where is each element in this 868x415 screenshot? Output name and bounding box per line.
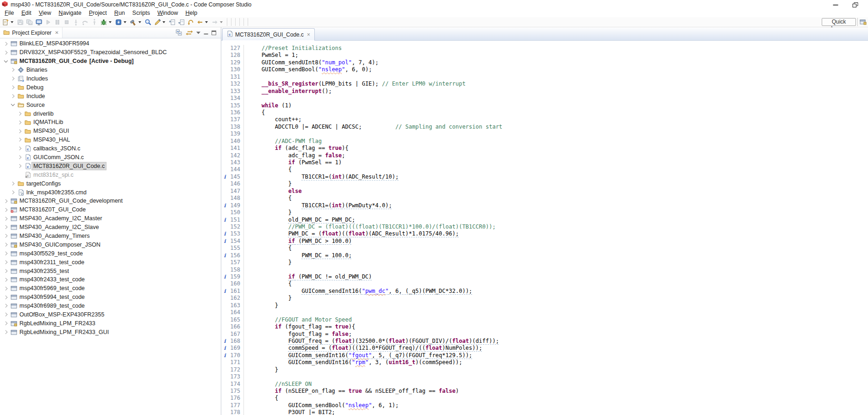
line-number[interactable]: 167 [228,331,244,338]
tree-item-driverlib[interactable]: driverlib [0,109,221,118]
code-text[interactable]: { [244,195,292,202]
line-number[interactable]: 134 [228,95,244,102]
menu-window[interactable]: Window [154,9,181,17]
line-number[interactable]: 135 [228,102,244,109]
new-dropdown-icon[interactable] [11,21,13,23]
marker-gutter[interactable] [221,295,228,302]
code-text[interactable]: adc_flag = false; [244,152,345,159]
tree-item-msp430fr2311-test-code[interactable]: msp430fr2311_test_code [0,258,221,266]
code-text[interactable]: if (PwmSel == 1) [244,159,342,166]
code-text[interactable]: PWM_DC = 100.0; [244,252,352,259]
tree-item-msp430fr5969-test-code[interactable]: msp430fr5969_test_code [0,284,221,293]
code-text[interactable]: } [244,295,292,302]
tree-item-outofbox-msp-exp430fr2355[interactable]: OutOfBox_MSP-EXP430FR2355 [0,310,221,319]
info-marker-icon[interactable]: i [221,173,228,180]
line-number[interactable]: 178 [228,409,244,415]
tree-item-blinkled-msp430fr5994[interactable]: BlinkLED_MSP430FR5994 [0,39,221,48]
chevron-right-icon[interactable] [16,121,24,124]
marker-gutter[interactable] [221,409,228,415]
marker-gutter[interactable] [221,302,228,309]
info-marker-icon[interactable]: i [221,217,228,223]
code-text[interactable] [244,373,248,380]
chevron-right-icon[interactable] [2,200,10,203]
line-number[interactable]: 148 [228,195,244,202]
tree-item-callbacks-json-c[interactable]: ccallbacks_JSON.c [0,144,221,153]
chevron-right-icon[interactable] [2,217,10,220]
code-line-129[interactable]: 129 GUIComm_sendUInt8("num_pol", 7, 4); [221,59,868,66]
tree-item-source[interactable]: Source [0,100,221,109]
chevron-right-icon[interactable] [2,252,10,255]
chevron-right-icon[interactable] [2,43,10,45]
code-line-167[interactable]: 167 fgout_flag = false; [221,331,868,338]
marker-gutter[interactable] [221,323,228,330]
line-number[interactable]: 132 [228,81,244,87]
marker-gutter[interactable] [221,402,228,409]
tree-item-drv832x-msp430f5529-trapezoidal-sensored-bldc[interactable]: DRV832X_MSP430F5529_Trapezoidal_Sensored… [0,48,221,57]
info-marker-icon[interactable]: i [221,273,228,280]
code-line-142[interactable]: 142 adc_flag = false; [221,152,868,159]
line-number[interactable]: 139 [228,130,244,137]
info-marker-icon[interactable]: i [221,345,228,352]
menu-navigate[interactable]: Navigate [55,9,85,17]
tree-item-include[interactable]: Include [0,92,221,100]
line-number[interactable]: 151 [228,217,244,223]
console-button[interactable] [34,17,44,27]
code-line-151[interactable]: i151 old_PWM_DC = PWM_DC; [221,217,868,223]
code-line-127[interactable]: 127 //Preset Initializations [221,45,868,52]
tree-item-msp430fr2433-test-code[interactable]: msp430fr2433_test_code [0,275,221,284]
code-text[interactable]: if (PWM_DC > 100.0) [244,238,352,245]
marker-gutter[interactable] [221,366,228,373]
code-line-145[interactable]: i145 TB1CCR1=(int)(ADC_Result/10); [221,173,868,180]
flash-button[interactable] [114,17,129,27]
code-line-144[interactable]: 144 { [221,166,868,173]
line-number[interactable]: 169 [228,345,244,352]
code-line-160[interactable]: 160 { [221,280,868,287]
tree-item-msp430-academy-timers[interactable]: MSP430_Academy_Timers [0,232,221,241]
chevron-right-icon[interactable] [2,235,10,237]
marker-gutter[interactable] [221,316,228,323]
marker-gutter[interactable] [221,209,228,216]
code-line-133[interactable]: 133 __enable_interrupt(); [221,88,868,95]
close-view-icon[interactable]: ✕ [55,30,58,35]
tree-item-targetconfigs[interactable]: targetConfigs [0,179,221,188]
code-line-132[interactable]: 132 __bis_SR_register(LPM0_bits | GIE); … [221,81,868,87]
chevron-right-icon[interactable] [16,130,24,133]
chevron-right-icon[interactable] [16,156,24,159]
menu-file[interactable]: File [1,9,18,17]
code-text[interactable]: PwmSel = 1; [244,52,298,59]
chevron-right-icon[interactable] [2,51,10,54]
marker-gutter[interactable] [221,66,228,73]
code-text[interactable]: //Preset Initializations [244,45,342,52]
line-number[interactable]: 153 [228,230,244,237]
marker-gutter[interactable] [221,381,228,388]
code-line-156[interactable]: i156 PWM_DC = 100.0; [221,252,868,259]
tree-item-msp430-guicomposer-json[interactable]: MSP430_GUIComposer_JSON [0,240,221,249]
code-line-171[interactable]: 171 GUIComm_sendUInt16("rpm", 3, (uint16… [221,359,868,366]
code-line-131[interactable]: 131 [221,74,868,81]
tree-item-msp430-hal[interactable]: MSP430_HAL [0,136,221,144]
code-text[interactable]: { [244,280,292,287]
line-number[interactable]: 130 [228,66,244,73]
tree-item-mct8316z0r-gui-code-development[interactable]: MCT8316Z0R_GUI_Code_development [0,197,221,205]
code-text[interactable]: if (PWM_DC != old_PWM_DC) [244,273,372,280]
line-number[interactable]: 152 [228,223,244,230]
chevron-down-icon[interactable] [9,104,17,105]
code-text[interactable]: __bis_SR_register(LPM0_bits | GIE); // E… [244,81,466,87]
chevron-right-icon[interactable] [2,270,10,273]
code-line-178[interactable]: 178 P3OUT |= BIT2; [221,409,868,415]
code-text[interactable]: TB1CCR1=(int)(ADC_Result/10); [244,173,399,180]
line-number[interactable]: 138 [228,124,244,130]
chevron-right-icon[interactable] [2,209,10,211]
chevron-right-icon[interactable] [2,296,10,299]
code-text[interactable]: } [244,302,278,309]
code-line-162[interactable]: 162 } [221,295,868,302]
link-with-editor-button[interactable] [186,30,193,36]
code-line-158[interactable]: 158 [221,266,868,273]
code-text[interactable]: //ADC-PWM flag [244,138,322,145]
chevron-right-icon[interactable] [2,261,10,264]
marker-gutter[interactable] [221,59,228,66]
line-number[interactable]: 175 [228,388,244,395]
info-marker-icon[interactable]: i [221,238,228,245]
code-text[interactable]: count++; [244,116,302,123]
marker-gutter[interactable] [221,102,228,109]
